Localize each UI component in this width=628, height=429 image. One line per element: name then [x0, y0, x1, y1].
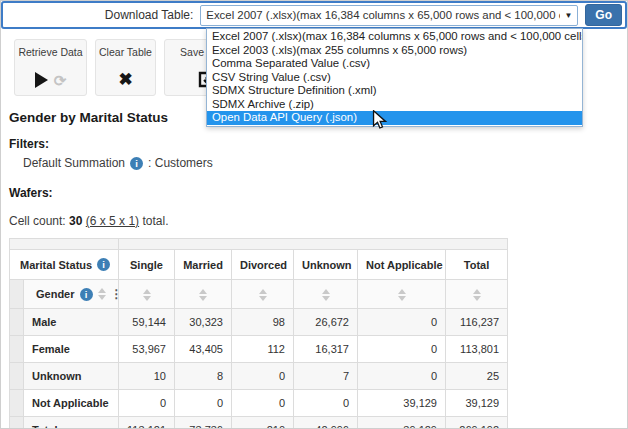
column-header[interactable]: Divorced [232, 250, 294, 280]
dropdown-option[interactable]: CSV String Value (.csv) [207, 71, 582, 85]
selected-format-text: Excel 2007 (.xlsx)(max 16,384 columns x … [206, 9, 560, 21]
data-table: Marital Status SingleMarriedDivorcedUnkn… [9, 238, 508, 429]
data-cell: 0 [358, 309, 446, 336]
column-sort-cell[interactable] [446, 280, 508, 309]
chevron-down-icon: ▼ [564, 11, 572, 20]
row-label: Male [24, 309, 119, 336]
cell-count-link[interactable]: (6 x 5 x 1) [86, 214, 139, 228]
clear-table-label: Clear Table [99, 46, 152, 58]
column-sort-cell[interactable] [232, 280, 294, 309]
sort-icon[interactable] [322, 289, 330, 301]
x-icon [118, 71, 132, 88]
row-strip [10, 390, 24, 417]
sort-icon[interactable] [473, 289, 481, 301]
data-cell: 0 [119, 390, 175, 417]
data-cell: 210 [232, 417, 294, 429]
download-table-label: Download Table: [105, 8, 194, 22]
sort-icon[interactable] [143, 289, 151, 301]
column-sort-cell[interactable] [119, 280, 175, 309]
cell-count-label: Cell count: [9, 214, 66, 228]
data-cell: 39,129 [446, 390, 508, 417]
data-cell: 269,192 [446, 417, 508, 429]
table-spacer-row [10, 239, 508, 250]
data-cell: 0 [232, 390, 294, 417]
table-row: Total 113,12173,73621042,99639,129269,19… [10, 417, 508, 429]
data-cell: 30,323 [175, 309, 232, 336]
data-cell: 39,129 [358, 417, 446, 429]
sort-icon[interactable] [98, 288, 106, 300]
sort-icon[interactable] [199, 289, 207, 301]
app-window: Download Table: Excel 2007 (.xlsx)(max 1… [0, 0, 628, 429]
download-toolbar: Download Table: Excel 2007 (.xlsx)(max 1… [1, 1, 627, 29]
data-cell: 25 [446, 363, 508, 390]
row-label: Female [24, 336, 119, 363]
data-cell: 0 [232, 363, 294, 390]
filter-name: Default Summation [23, 156, 125, 170]
column-header[interactable]: Unknown [294, 250, 358, 280]
sort-row: Gender [10, 280, 508, 309]
data-cell: 0 [358, 336, 446, 363]
info-icon[interactable] [80, 288, 93, 301]
info-icon[interactable] [130, 157, 143, 170]
column-sort-cell[interactable] [175, 280, 232, 309]
go-button[interactable]: Go [585, 4, 622, 26]
data-cell: 0 [294, 390, 358, 417]
data-cell: 0 [175, 390, 232, 417]
row-strip [10, 417, 24, 429]
column-dimension-label: Marital Status [20, 259, 92, 271]
row-label: Unknown [24, 363, 119, 390]
column-sort-cell[interactable] [294, 280, 358, 309]
download-format-select[interactable]: Excel 2007 (.xlsx)(max 16,384 columns x … [200, 5, 578, 26]
dropdown-option[interactable]: Excel 2003 (.xls)(max 255 columns x 65,0… [207, 44, 582, 58]
filters-label: Filters: [9, 137, 627, 151]
data-cell: 112 [232, 336, 294, 363]
data-cell: 16,317 [294, 336, 358, 363]
filter-line: Default Summation : Customers [23, 156, 627, 170]
row-label: Not Applicable [24, 390, 119, 417]
sort-icon[interactable] [259, 289, 267, 301]
sort-icon[interactable] [398, 289, 406, 301]
column-sort-cell[interactable] [358, 280, 446, 309]
row-strip [10, 363, 24, 390]
data-cell: 10 [119, 363, 175, 390]
column-header[interactable]: Total [446, 250, 508, 280]
column-dimension-header[interactable]: Marital Status [10, 250, 119, 280]
data-cell: 39,129 [358, 390, 446, 417]
filter-value: : Customers [148, 156, 213, 170]
column-header[interactable]: Single [119, 250, 175, 280]
table-row: Male 59,14430,3239826,6720116,237 [10, 309, 508, 336]
dropdown-option[interactable]: Open Data API Query (.json) [207, 111, 582, 125]
dropdown-option[interactable]: SDMX Archive (.zip) [207, 98, 582, 112]
row-strip [10, 336, 24, 363]
cell-count-suffix: total. [142, 214, 168, 228]
wafers-label: Wafers: [9, 186, 627, 200]
data-cell: 43,405 [175, 336, 232, 363]
column-header[interactable]: Not Applicable [358, 250, 446, 280]
retrieve-data-label: Retrieve Data [18, 46, 82, 58]
kebab-menu-icon[interactable] [111, 288, 119, 300]
table-row: Not Applicable 000039,12939,129 [10, 390, 508, 417]
data-cell: 73,736 [175, 417, 232, 429]
table-row: Unknown 10807025 [10, 363, 508, 390]
data-cell: 113,121 [119, 417, 175, 429]
data-cell: 116,237 [446, 309, 508, 336]
play-icon [35, 72, 48, 88]
clear-table-button[interactable]: Clear Table [95, 39, 156, 96]
data-cell: 98 [232, 309, 294, 336]
refresh-icon [54, 73, 67, 88]
data-cell: 0 [358, 363, 446, 390]
dropdown-option[interactable]: Comma Separated Value (.csv) [207, 57, 582, 71]
row-dimension-header[interactable]: Gender [24, 280, 119, 309]
table-row: Female 53,96743,40511216,3170113,801 [10, 336, 508, 363]
dropdown-option[interactable]: Excel 2007 (.xlsx)(max 16,384 columns x … [207, 30, 582, 44]
kebab-menu-icon[interactable] [115, 259, 118, 271]
data-cell: 53,967 [119, 336, 175, 363]
dropdown-option[interactable]: SDMX Structure Definition (.xml) [207, 84, 582, 98]
column-header[interactable]: Married [175, 250, 232, 280]
row-dimension-label: Gender [36, 288, 75, 300]
data-cell: 42,996 [294, 417, 358, 429]
data-cell: 59,144 [119, 309, 175, 336]
retrieve-data-button[interactable]: Retrieve Data [14, 39, 87, 96]
data-cell: 8 [175, 363, 232, 390]
info-icon[interactable] [97, 258, 110, 271]
